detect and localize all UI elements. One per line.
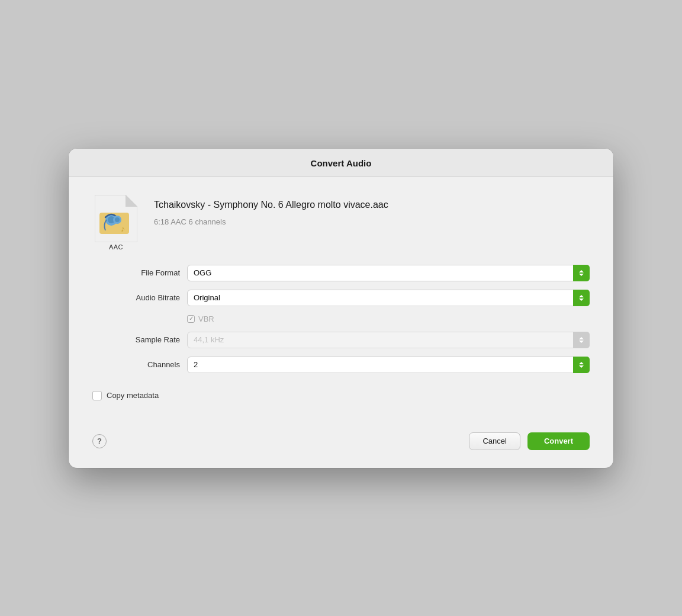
- file-format-control: OGG MP3 AAC FLAC WAV: [187, 265, 590, 281]
- copy-metadata-checkbox[interactable]: [92, 391, 102, 400]
- dialog-footer: ? Cancel Convert: [69, 432, 613, 468]
- convert-button[interactable]: Convert: [527, 432, 590, 450]
- title-bar: Convert Audio: [69, 149, 613, 177]
- file-format-select-wrap: OGG MP3 AAC FLAC WAV: [187, 265, 590, 281]
- vbr-label: VBR: [198, 315, 214, 323]
- audio-bitrate-row: Audio Bitrate Original 128 kbps 192 kbps…: [92, 290, 590, 306]
- channels-label: Channels: [92, 360, 187, 369]
- audio-bitrate-label: Audio Bitrate: [92, 293, 187, 302]
- help-button[interactable]: ?: [92, 434, 107, 448]
- convert-audio-dialog: Convert Audio: [69, 149, 613, 468]
- vbr-checkbox[interactable]: ✓: [187, 315, 195, 323]
- file-name: Tchaikovsky - Symphony No. 6 Allegro mol…: [154, 198, 388, 211]
- sample-rate-label: Sample Rate: [92, 335, 187, 344]
- audio-bitrate-control: Original 128 kbps 192 kbps 256 kbps 320 …: [187, 290, 590, 306]
- channels-select[interactable]: 2 1 6: [187, 357, 590, 373]
- vbr-row: ✓ VBR: [92, 315, 590, 323]
- sample-rate-row: Sample Rate 44,1 kHz 48 kHz 96 kHz: [92, 332, 590, 348]
- svg-point-6: [115, 217, 120, 222]
- file-format-row: File Format OGG MP3 AAC FLAC WAV: [92, 265, 590, 281]
- aac-file-icon-svg: ♪: [95, 195, 137, 242]
- vbr-checkmark: ✓: [189, 316, 194, 322]
- copy-metadata-row: Copy metadata: [92, 391, 590, 400]
- audio-bitrate-select-wrap: Original 128 kbps 192 kbps 256 kbps 320 …: [187, 290, 590, 306]
- channels-control: 2 1 6: [187, 357, 590, 373]
- channels-row: Channels 2 1 6: [92, 357, 590, 373]
- sample-rate-select[interactable]: 44,1 kHz 48 kHz 96 kHz: [187, 332, 590, 348]
- copy-metadata-label: Copy metadata: [107, 391, 159, 400]
- file-details: Tchaikovsky - Symphony No. 6 Allegro mol…: [154, 195, 388, 226]
- file-meta: 6:18 AAC 6 channels: [154, 217, 388, 226]
- sample-rate-control: 44,1 kHz 48 kHz 96 kHz: [187, 332, 590, 348]
- file-icon-wrap: ♪ AAC: [92, 195, 140, 251]
- file-info-row: ♪ AAC Tchaikovsky - Symphony No. 6 Alleg…: [92, 195, 590, 251]
- dialog-body: ♪ AAC Tchaikovsky - Symphony No. 6 Alleg…: [69, 177, 613, 432]
- file-icon: ♪: [95, 195, 137, 242]
- file-format-select[interactable]: OGG MP3 AAC FLAC WAV: [187, 265, 590, 281]
- channels-select-wrap: 2 1 6: [187, 357, 590, 373]
- file-format-label: File Format: [92, 268, 187, 277]
- sample-rate-select-wrap: 44,1 kHz 48 kHz 96 kHz: [187, 332, 590, 348]
- svg-marker-1: [126, 195, 137, 207]
- file-format-badge: AAC: [109, 243, 123, 251]
- svg-text:♪: ♪: [121, 224, 125, 233]
- form-section: File Format OGG MP3 AAC FLAC WAV: [92, 265, 590, 381]
- cancel-button[interactable]: Cancel: [469, 432, 520, 450]
- dialog-title: Convert Audio: [81, 158, 601, 168]
- audio-bitrate-select[interactable]: Original 128 kbps 192 kbps 256 kbps 320 …: [187, 290, 590, 306]
